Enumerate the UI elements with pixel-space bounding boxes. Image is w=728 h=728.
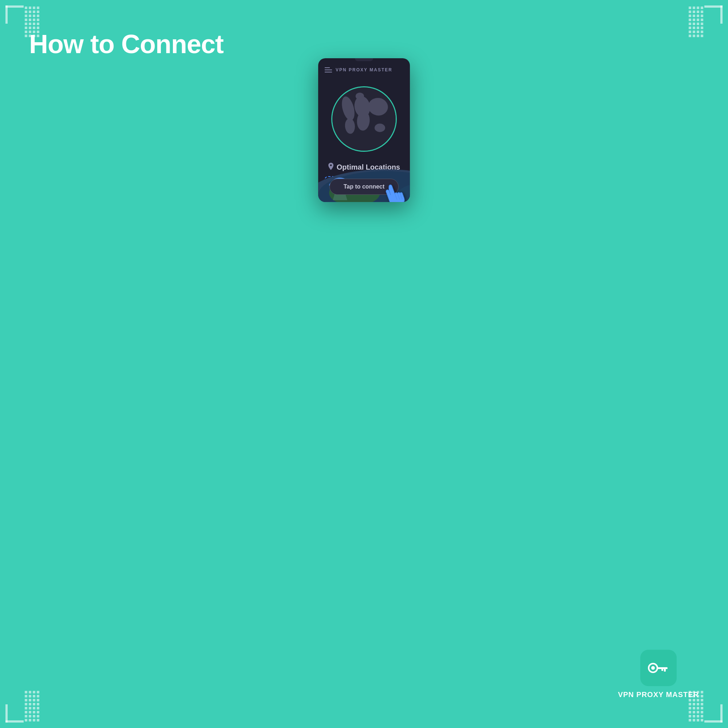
svg-point-25 — [651, 666, 655, 670]
connect-button-label: Tap to connect — [344, 184, 385, 190]
phone-screen: VPN PROXY MASTER — [318, 58, 410, 202]
dot-grid-top-right — [689, 6, 703, 37]
page-title: How to Connect — [29, 29, 223, 59]
brand-name-label: VPN PROXY MASTER — [618, 691, 699, 699]
globe-wrapper — [331, 86, 397, 152]
dot-grid-bottom-left — [25, 691, 39, 722]
connect-area: Tap to connect — [329, 179, 399, 195]
svg-point-6 — [375, 124, 385, 132]
brand-logo: VPN PROXY MASTER — [618, 650, 699, 699]
globe-area: Optimal Locations Tap to connect — [318, 75, 410, 202]
svg-rect-24 — [661, 669, 663, 671]
brand-icon-box — [640, 650, 677, 686]
phone-notch — [355, 58, 373, 61]
app-name-label: VPN PROXY MASTER — [336, 67, 392, 72]
globe-circle — [331, 86, 397, 152]
svg-rect-23 — [664, 669, 666, 671]
phone-mockup: VPN PROXY MASTER — [318, 58, 410, 202]
svg-point-7 — [356, 93, 364, 100]
hamburger-menu-icon[interactable] — [325, 67, 332, 72]
app-header: VPN PROXY MASTER — [318, 63, 410, 75]
